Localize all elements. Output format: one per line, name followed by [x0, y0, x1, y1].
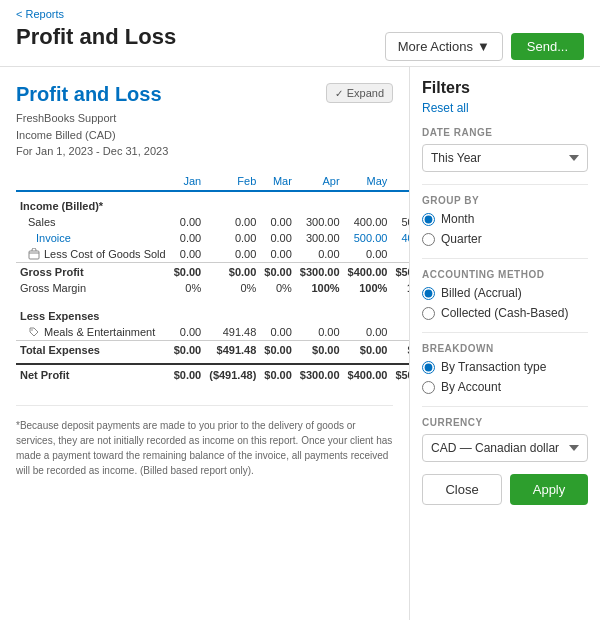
currency-select[interactable]: CAD — Canadian dollar USD — US Dollar: [422, 434, 588, 462]
group-by-quarter-radio[interactable]: [422, 233, 435, 246]
group-by-month-radio[interactable]: [422, 213, 435, 226]
accounting-method-label: Accounting Method: [422, 269, 588, 280]
group-by-quarter-label: Quarter: [441, 232, 482, 246]
group-by-label: Group By: [422, 195, 588, 206]
breadcrumb[interactable]: Reports: [16, 8, 584, 24]
net-profit-row: Net Profit $0.00 ($491.48) $0.00 $300.00…: [16, 364, 410, 385]
header-actions: More Actions ▼ Send...: [385, 32, 584, 61]
divider-3: [422, 332, 588, 333]
accounting-cash-option[interactable]: Collected (Cash-Based): [422, 306, 588, 320]
col-jun: Jun: [391, 172, 410, 191]
box-icon: [28, 248, 40, 260]
divider-1: [422, 184, 588, 185]
accounting-cash-label: Collected (Cash-Based): [441, 306, 568, 320]
col-feb: Feb: [205, 172, 260, 191]
table-row: Invoice 0.00 0.00 0.00 300.00 500.00 400…: [16, 230, 410, 246]
tag-icon: [28, 326, 40, 338]
col-apr: Apr: [296, 172, 344, 191]
breakdown-transaction-radio[interactable]: [422, 361, 435, 374]
accounting-cash-radio[interactable]: [422, 307, 435, 320]
more-actions-button[interactable]: More Actions ▼: [385, 32, 503, 61]
divider-2: [422, 258, 588, 259]
group-by-quarter-option[interactable]: Quarter: [422, 232, 588, 246]
table-row: Sales 0.00 0.00 0.00 300.00 400.00 500.0…: [16, 214, 410, 230]
breakdown-label: Breakdown: [422, 343, 588, 354]
col-may: May: [344, 172, 392, 191]
top-bar: Reports Profit and Loss More Actions ▼ S…: [0, 0, 600, 67]
filters-sidebar: Filters Reset all DATE RANGE This Year L…: [410, 67, 600, 620]
more-actions-label: More Actions: [398, 39, 473, 54]
breakdown-account-option[interactable]: By Account: [422, 380, 588, 394]
main-layout: Expand Profit and Loss FreshBooks Suppor…: [0, 67, 600, 620]
date-range-select[interactable]: This Year Last Year This Quarter Custom: [422, 144, 588, 172]
currency-filter: Currency CAD — Canadian dollar USD — US …: [422, 417, 588, 462]
svg-rect-0: [29, 251, 39, 259]
filters-title: Filters: [422, 79, 588, 97]
send-button[interactable]: Send...: [511, 33, 584, 60]
date-range-label: DATE RANGE: [422, 127, 588, 138]
report-period: For Jan 1, 2023 - Dec 31, 2023: [16, 143, 393, 160]
col-label: [16, 172, 170, 191]
apply-button[interactable]: Apply: [510, 474, 588, 505]
table-row: Meals & Entertainment 0.00 491.48 0.00 0…: [16, 324, 410, 341]
col-jan: Jan: [170, 172, 206, 191]
accounting-billed-radio[interactable]: [422, 287, 435, 300]
close-button[interactable]: Close: [422, 474, 502, 505]
gross-profit-row: Gross Profit $0.00 $0.00 $0.00 $300.00 $…: [16, 262, 410, 280]
svg-point-1: [31, 329, 33, 331]
footnote: *Because deposit payments are made to yo…: [16, 405, 393, 478]
expenses-section-header: Less Expenses: [16, 302, 410, 324]
report-content: Expand Profit and Loss FreshBooks Suppor…: [0, 67, 410, 620]
table-row: Less Cost of Goods Sold 0.00 0.00 0.00 0…: [16, 246, 410, 263]
group-by-month-label: Month: [441, 212, 474, 226]
accounting-billed-label: Billed (Accrual): [441, 286, 522, 300]
breakdown-account-radio[interactable]: [422, 381, 435, 394]
income-section-header: Income (Billed)*: [16, 191, 410, 214]
divider-4: [422, 406, 588, 407]
group-by-filter: Group By Month Quarter: [422, 195, 588, 246]
report-table: Jan Feb Mar Apr May Jun Jul Income (Bill…: [16, 172, 410, 385]
accounting-billed-option[interactable]: Billed (Accrual): [422, 286, 588, 300]
report-subtitle: FreshBooks Support Income Billed (CAD) F…: [16, 110, 393, 160]
report-basis: Income Billed (CAD): [16, 127, 393, 144]
total-expenses-row: Total Expenses $0.00 $491.48 $0.00 $0.00…: [16, 340, 410, 358]
chevron-down-icon: ▼: [477, 39, 490, 54]
breakdown-transaction-label: By Transaction type: [441, 360, 546, 374]
date-range-filter: DATE RANGE This Year Last Year This Quar…: [422, 127, 588, 172]
breakdown-transaction-option[interactable]: By Transaction type: [422, 360, 588, 374]
expand-button[interactable]: Expand: [326, 83, 393, 103]
breakdown-radio-group: By Transaction type By Account: [422, 360, 588, 394]
accounting-method-radio-group: Billed (Accrual) Collected (Cash-Based): [422, 286, 588, 320]
group-by-month-option[interactable]: Month: [422, 212, 588, 226]
table-header-row: Jan Feb Mar Apr May Jun Jul: [16, 172, 410, 191]
breakdown-account-label: By Account: [441, 380, 501, 394]
col-mar: Mar: [260, 172, 296, 191]
breakdown-filter: Breakdown By Transaction type By Account: [422, 343, 588, 394]
accounting-method-filter: Accounting Method Billed (Accrual) Colle…: [422, 269, 588, 320]
reset-all-link[interactable]: Reset all: [422, 101, 588, 115]
currency-label: Currency: [422, 417, 588, 428]
gross-margin-row: Gross Margin 0% 0% 0% 100% 100% 100% 100…: [16, 280, 410, 296]
sidebar-actions: Close Apply: [422, 474, 588, 505]
company-name: FreshBooks Support: [16, 110, 393, 127]
group-by-radio-group: Month Quarter: [422, 212, 588, 246]
